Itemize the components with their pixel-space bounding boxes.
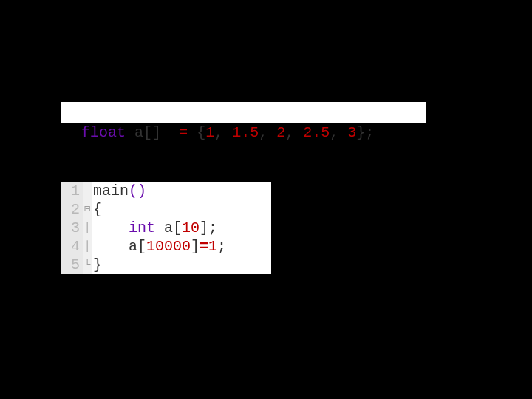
operator-assign: = [200,238,208,255]
code-line-5: 5 └ } [61,256,271,274]
fold-gutter [83,182,92,200]
code-content: { [92,200,271,219]
number-literal: 10000 [146,238,191,255]
line-number: 1 [61,182,83,200]
code-line-3: 3 │ int a[10]; [61,219,271,237]
code-content: a[10000]=1; [92,237,271,256]
line-number: 5 [61,256,83,274]
keyword-float: float [81,124,126,141]
code-content: } [92,256,271,274]
code-line-1: 1 main() [61,182,271,200]
number-literal: 2 [276,124,285,141]
number-literal: 1 [208,238,217,255]
code-snippet-float-array: float a[] = {1, 1.5, 2, 2.5, 3}; [61,102,426,123]
code-content: main() [92,182,271,200]
operator-assign: = [179,124,188,141]
number-literal: 1 [205,124,214,141]
line-number: 2 [61,200,83,219]
fold-guide-icon: │ [83,237,92,256]
fold-guide-icon: │ [83,219,92,237]
number-literal: 1.5 [232,124,259,141]
number-literal: 2.5 [303,124,330,141]
keyword-int: int [129,219,155,236]
brace-close: } [93,256,102,273]
fold-end-icon: └ [83,256,92,274]
fold-collapse-icon[interactable]: ⊟ [83,200,92,219]
identifier-a: a [134,124,143,141]
line-number: 4 [61,237,83,256]
number-literal: 3 [347,124,356,141]
code-line-2: 2 ⊟ { [61,200,271,219]
code-content: int a[10]; [92,219,271,237]
code-line-4: 4 │ a[10000]=1; [61,237,271,256]
function-main: main [93,183,129,200]
number-literal: 10 [182,219,200,236]
brace-open: { [93,201,102,218]
code-snippet-main-function: 1 main() 2 ⊟ { 3 │ int a[10]; 4 │ a[1000… [61,182,271,274]
line-number: 3 [61,219,83,237]
